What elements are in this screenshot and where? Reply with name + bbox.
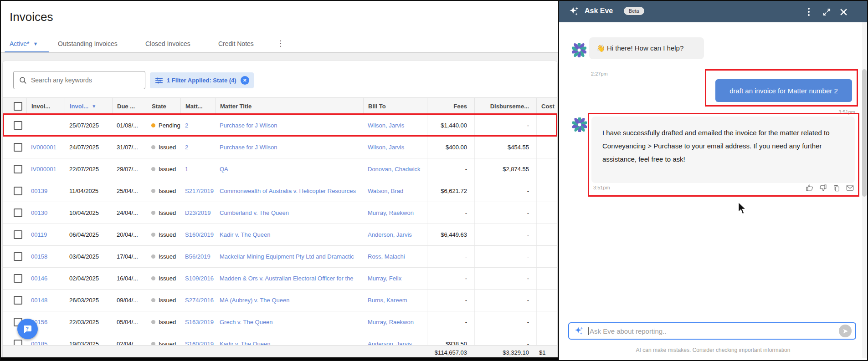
help-fab[interactable]: ?	[17, 319, 38, 339]
invoice-number-link[interactable]: 00146	[26, 268, 65, 289]
bill-to-link[interactable]: Wilson, Jarvis	[363, 137, 427, 158]
due-date: 16/04/...	[112, 268, 147, 289]
row-checkbox[interactable]	[14, 340, 22, 345]
chat-menu-icon[interactable]	[803, 6, 814, 17]
bill-to-link[interactable]: Ross, Malachi	[363, 246, 427, 267]
select-all-checkbox[interactable]	[14, 102, 22, 111]
cost-recoveries-value	[536, 137, 556, 158]
bill-to-link[interactable]: Donovan, Chadwick	[363, 158, 427, 180]
svg-text:?: ?	[26, 325, 29, 331]
column-header-cost-recoveries[interactable]: Cost R	[536, 98, 556, 114]
matter-title-link[interactable]: Kadir v. The Queen	[215, 224, 363, 245]
row-checkbox[interactable]	[14, 143, 22, 152]
thumbs-up-icon[interactable]	[806, 184, 813, 192]
user-message-bubble[interactable]: draft an invoice for Matter number 2	[715, 79, 852, 102]
tabs-more-menu-icon[interactable]: ⋮	[277, 39, 284, 48]
column-header-invoice-date[interactable]: Invoi...▼	[65, 98, 112, 114]
due-date: 25/04/...	[112, 180, 147, 202]
row-checkbox[interactable]	[14, 121, 22, 130]
matter-title-link[interactable]: MA (Aubrey) v. The Queen	[215, 290, 363, 311]
state-badge: Issued	[147, 246, 180, 267]
ai-disclaimer: AI can make mistakes. Consider checking …	[559, 347, 867, 353]
column-header-due-date[interactable]: Due ...	[112, 98, 147, 114]
matter-number-link[interactable]: S274/2016	[180, 290, 215, 311]
filter-clear-icon[interactable]: ✕	[241, 76, 249, 85]
thumbs-down-icon[interactable]	[819, 184, 827, 192]
send-button[interactable]	[839, 325, 852, 337]
email-icon[interactable]	[846, 184, 854, 192]
filter-chip[interactable]: 1 Filter Applied: State (4) ✕	[150, 72, 254, 88]
matter-title-link[interactable]: Kadir v. The Queen	[215, 333, 363, 345]
tab-credit-notes[interactable]: Credit Notes	[218, 40, 254, 47]
matter-number-link[interactable]: S160/2019	[180, 333, 215, 345]
column-header-matter-title[interactable]: Matter Title	[215, 98, 363, 114]
bill-to-link[interactable]: Anderson, Jarvis	[363, 224, 427, 245]
tab-outstanding-invoices[interactable]: Outstanding Invoices	[58, 40, 118, 47]
tab-closed-invoices[interactable]: Closed Invoices	[145, 40, 190, 47]
table-row: 0015622/03/202505/04/...IssuedS163/2019G…	[3, 311, 557, 333]
due-date: 24/04/...	[112, 202, 147, 224]
matter-title-link[interactable]: Cumberland v. The Queen	[215, 202, 363, 224]
state-badge: Issued	[147, 158, 180, 180]
send-icon	[842, 328, 848, 334]
matter-number-link[interactable]: S217/2019	[180, 180, 215, 202]
invoice-number-link[interactable]	[26, 115, 65, 136]
column-header-fees[interactable]: Fees	[427, 98, 474, 114]
message-actions	[763, 184, 854, 192]
chat-scrollbar-thumb[interactable]	[862, 69, 867, 197]
expand-icon[interactable]	[821, 6, 832, 17]
matter-title-link[interactable]: Purchase for J Wilson	[215, 137, 363, 158]
help-chat-icon: ?	[22, 324, 33, 335]
row-checkbox[interactable]	[14, 230, 22, 239]
invoice-number-link[interactable]: 00148	[26, 290, 65, 311]
bill-to-link[interactable]: Anderson, Jarvis	[363, 333, 427, 345]
matter-number-link[interactable]: S160/2019	[180, 224, 215, 245]
screenshot-frame: Invoices Active*▼ Outstanding Invoices C…	[0, 0, 868, 361]
copy-icon[interactable]	[833, 184, 840, 192]
matter-number-link[interactable]: S109/2016	[180, 268, 215, 289]
row-checkbox[interactable]	[14, 165, 22, 173]
matter-title-link[interactable]: Purchase for J Wilson	[215, 115, 363, 136]
matter-number-link[interactable]: 2	[180, 115, 215, 136]
tab-active[interactable]: Active*▼	[10, 40, 38, 47]
column-header-bill-to[interactable]: Bill To	[363, 98, 427, 114]
invoice-number-link[interactable]: 00130	[26, 202, 65, 224]
bill-to-link[interactable]: Murray, Raekwon	[363, 202, 427, 224]
invoice-number-link[interactable]: IV000001	[26, 158, 65, 180]
matter-title-link[interactable]: Madden & Ors v. Australian Electoral Off…	[215, 268, 363, 289]
row-checkbox[interactable]	[14, 187, 22, 195]
column-header-state[interactable]: State	[147, 98, 180, 114]
invoice-date: 22/03/2025	[65, 311, 112, 333]
invoice-number-link[interactable]: 00119	[26, 224, 65, 245]
header-select-all[interactable]	[3, 98, 26, 114]
matter-number-link[interactable]: D23/2019	[180, 202, 215, 224]
invoice-number-link[interactable]: 00158	[26, 246, 65, 267]
tab-active-label: Active*	[10, 40, 30, 47]
row-checkbox[interactable]	[14, 296, 22, 305]
matter-title-link[interactable]: Mackellar Mining Equipment Pty Ltd and D…	[215, 246, 363, 267]
sparkles-icon	[568, 5, 580, 19]
bill-to-link[interactable]: Watson, Brad	[363, 180, 427, 202]
bill-to-link[interactable]: Wilson, Jarvis	[363, 115, 427, 136]
row-checkbox[interactable]	[14, 274, 22, 283]
column-header-matter[interactable]: Matt...	[180, 98, 215, 114]
matter-number-link[interactable]: B56/2019	[180, 246, 215, 267]
matter-number-link[interactable]: S163/2019	[180, 311, 215, 333]
matter-title-link[interactable]: QA	[215, 158, 363, 180]
chat-input[interactable]: Ask Eve about reporting..	[568, 322, 856, 340]
row-checkbox[interactable]	[14, 208, 22, 217]
close-icon[interactable]	[838, 6, 849, 17]
search-input[interactable]: Search any keywords	[13, 71, 145, 89]
bill-to-link[interactable]: Murray, Raekwon	[363, 311, 427, 333]
matter-number-link[interactable]: 2	[180, 137, 215, 158]
row-checkbox[interactable]	[14, 252, 22, 261]
column-header-disbursements[interactable]: Disburseme...	[474, 98, 536, 114]
bill-to-link[interactable]: Burns, Kareem	[363, 290, 427, 311]
invoice-number-link[interactable]: IV000001	[26, 137, 65, 158]
matter-title-link[interactable]: Grech v. The Queen	[215, 311, 363, 333]
invoice-number-link[interactable]: 00139	[26, 180, 65, 202]
matter-number-link[interactable]: 1	[180, 158, 215, 180]
matter-title-link[interactable]: Commonwealth of Australia v. Helicopter …	[215, 180, 363, 202]
bill-to-link[interactable]: Murray, Felix	[363, 268, 427, 289]
column-header-invoice-number[interactable]: Invoi...	[26, 98, 65, 114]
